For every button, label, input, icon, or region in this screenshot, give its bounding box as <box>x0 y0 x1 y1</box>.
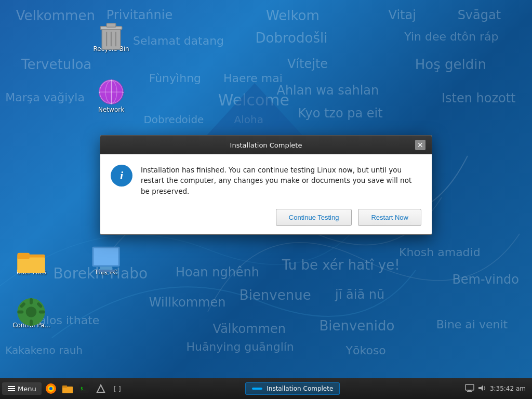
svg-rect-37 <box>62 385 67 388</box>
dialog-titlebar: Installation Complete ✕ <box>100 136 432 154</box>
taskbar-monitor-icon[interactable] <box>465 383 474 394</box>
taskbar-window-label: Installation Complete <box>267 385 333 392</box>
info-icon: i <box>111 165 132 187</box>
desktop: VelkommenPrivitańnieWelkomVitajSvāgatSel… <box>0 0 532 378</box>
monitor-icon <box>465 383 474 393</box>
taskbar-window-indicator <box>252 388 262 390</box>
menu-icon <box>7 384 16 393</box>
taskbar-bracket: [ ] <box>110 381 125 396</box>
taskbar-menu-label: Menu <box>18 385 36 393</box>
dialog-message: Installation has finished. You can conti… <box>141 165 421 196</box>
taskbar-volume-icon[interactable] <box>477 383 487 394</box>
taskbar-menu-button[interactable]: Menu <box>2 382 42 395</box>
installation-complete-dialog: Installation Complete ✕ i Installation h… <box>100 135 432 235</box>
dialog-overlay: Installation Complete ✕ i Installation h… <box>0 0 532 378</box>
taskbar: Menu $_ [ ] Installation Complete <box>0 378 532 399</box>
firefox-icon <box>45 382 57 395</box>
svg-marker-44 <box>478 385 483 391</box>
volume-icon <box>477 383 487 393</box>
taskbar-firefox-button[interactable] <box>44 381 58 396</box>
taskbar-window-item[interactable]: Installation Complete <box>245 382 340 395</box>
restart-now-button[interactable]: Restart Now <box>358 209 421 226</box>
taskbar-terminal-button[interactable]: $_ <box>77 381 91 396</box>
folder-icon <box>61 382 74 395</box>
dialog-close-button[interactable]: ✕ <box>415 140 425 150</box>
taskbar-folder-button[interactable] <box>60 381 75 396</box>
taskbar-arrow-button[interactable] <box>94 381 108 396</box>
dialog-title: Installation Complete <box>117 141 415 149</box>
continue-testing-button[interactable]: Continue Testing <box>276 209 352 226</box>
svg-rect-31 <box>8 388 15 389</box>
svg-rect-41 <box>466 384 474 390</box>
terminal-icon: $_ <box>78 382 90 395</box>
svg-rect-30 <box>8 386 15 387</box>
svg-marker-40 <box>97 385 104 392</box>
taskbar-time: 3:35:42 am <box>490 385 526 392</box>
svg-point-35 <box>49 387 52 390</box>
dialog-buttons: Continue Testing Restart Now <box>100 205 432 234</box>
arrow-icon <box>96 384 105 393</box>
taskbar-systray: 3:35:42 am <box>461 383 530 394</box>
svg-rect-42 <box>468 390 471 391</box>
svg-rect-43 <box>467 391 472 392</box>
svg-text:$_: $_ <box>81 387 86 391</box>
dialog-body: i Installation has finished. You can con… <box>100 154 432 205</box>
svg-rect-32 <box>8 390 15 391</box>
